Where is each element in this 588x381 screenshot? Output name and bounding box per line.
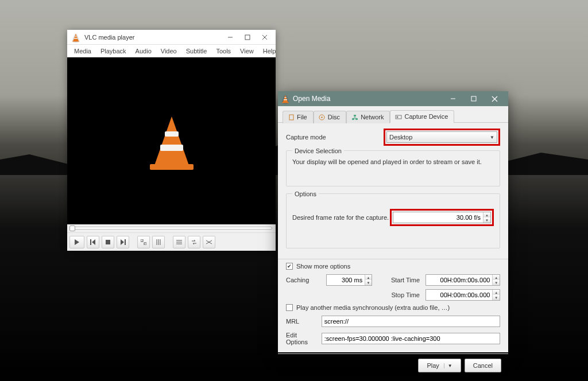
menu-view[interactable]: View xyxy=(235,46,258,56)
options-fieldset: Options Desired frame rate for the captu… xyxy=(286,193,500,248)
minimize-icon xyxy=(450,96,456,102)
seek-handle[interactable] xyxy=(69,226,75,231)
spin-up-icon[interactable]: ▲ xyxy=(493,290,500,295)
menu-subtitle[interactable]: Subtitle xyxy=(181,46,212,56)
start-time-input[interactable] xyxy=(426,277,492,283)
close-icon xyxy=(492,96,498,102)
sync-media-checkbox-row[interactable]: Play another media synchronously (extra … xyxy=(286,304,500,311)
dialog-maximize-button[interactable] xyxy=(463,91,484,106)
cancel-button[interactable]: Cancel xyxy=(465,359,501,372)
close-button[interactable] xyxy=(256,31,273,44)
svg-rect-22 xyxy=(289,115,293,120)
ext-settings-button[interactable] xyxy=(152,236,165,248)
loop-button[interactable] xyxy=(188,236,200,248)
svg-rect-9 xyxy=(125,239,126,245)
spin-down-icon[interactable]: ▼ xyxy=(493,295,500,300)
mrl-input[interactable] xyxy=(322,316,500,327)
maximize-button[interactable] xyxy=(239,31,256,44)
stop-time-spinbox[interactable]: ▲▼ xyxy=(425,289,500,301)
disc-icon xyxy=(319,114,326,120)
show-more-checkbox[interactable]: ✔ xyxy=(286,263,293,270)
stop-time-spin-buttons[interactable]: ▲▼ xyxy=(492,290,500,300)
caching-spinbox[interactable]: ▲▼ xyxy=(326,274,372,286)
start-time-label: Start Time xyxy=(380,277,420,283)
loop-icon xyxy=(191,239,197,245)
menu-help[interactable]: Help xyxy=(258,46,281,56)
svg-rect-5 xyxy=(90,239,91,245)
network-icon xyxy=(351,114,358,120)
fps-spinbox[interactable]: ▲▼ xyxy=(393,212,491,223)
video-area[interactable] xyxy=(67,57,276,224)
svg-rect-1 xyxy=(245,35,250,40)
shuffle-icon xyxy=(206,239,212,245)
next-button[interactable] xyxy=(117,236,129,248)
fps-label: Desired frame rate for the capture. xyxy=(292,214,390,221)
cancel-button-label: Cancel xyxy=(473,362,493,369)
menu-video[interactable]: Video xyxy=(156,46,181,56)
playback-controls xyxy=(67,232,276,251)
spin-up-icon[interactable]: ▲ xyxy=(483,212,490,217)
fps-input[interactable] xyxy=(393,214,483,221)
skip-back-icon xyxy=(90,239,96,245)
spin-down-icon[interactable]: ▼ xyxy=(483,217,490,223)
maximize-icon xyxy=(471,96,477,102)
start-time-spinbox[interactable]: ▲▼ xyxy=(425,274,500,286)
tab-capture-device[interactable]: Capture Device xyxy=(390,110,454,123)
device-selection-text: Your display will be opened and played i… xyxy=(292,158,494,166)
spin-up-icon[interactable]: ▲ xyxy=(493,275,500,280)
shuffle-button[interactable] xyxy=(203,236,215,248)
dialog-title: Open Media xyxy=(293,95,330,103)
menu-playback[interactable]: Playback xyxy=(96,46,131,56)
mrl-label: MRL xyxy=(286,318,315,325)
stop-button[interactable] xyxy=(102,236,114,248)
prev-button[interactable] xyxy=(87,236,99,248)
more-options-panel: ✔ Show more options Caching ▲▼ Start Tim… xyxy=(278,259,508,353)
svg-rect-27 xyxy=(354,115,356,116)
minimize-button[interactable] xyxy=(222,31,239,44)
tab-disc[interactable]: Disc xyxy=(314,111,346,123)
edit-options-label: Edit Options xyxy=(286,332,315,345)
edit-options-input[interactable] xyxy=(322,333,500,344)
tab-file[interactable]: File xyxy=(283,111,314,123)
seek-bar[interactable] xyxy=(67,224,276,232)
spin-down-icon[interactable]: ▼ xyxy=(493,280,500,285)
skip-forward-icon xyxy=(120,239,126,245)
close-icon xyxy=(262,34,268,40)
spin-down-icon[interactable]: ▼ xyxy=(365,280,372,285)
dialog-close-button[interactable] xyxy=(484,91,505,106)
show-more-checkbox-row[interactable]: ✔ Show more options xyxy=(286,263,500,270)
dialog-button-row: Play ▼ Cancel xyxy=(278,353,508,377)
caching-label: Caching xyxy=(286,277,320,283)
caching-input[interactable] xyxy=(327,277,365,283)
vlc-cone-icon xyxy=(71,31,81,44)
fps-spin-buttons[interactable]: ▲▼ xyxy=(483,212,490,223)
menu-media[interactable]: Media xyxy=(69,46,96,56)
start-time-spin-buttons[interactable]: ▲▼ xyxy=(492,275,500,285)
play-button[interactable] xyxy=(69,236,84,248)
stop-icon xyxy=(105,239,111,245)
chevron-down-icon[interactable]: ▼ xyxy=(444,363,452,368)
vlc-cone-logo xyxy=(149,112,195,170)
sync-media-checkbox[interactable] xyxy=(286,304,293,311)
tab-disc-label: Disc xyxy=(328,114,340,120)
spin-up-icon[interactable]: ▲ xyxy=(365,275,372,280)
capture-mode-select[interactable]: Desktop ▼ xyxy=(386,131,497,143)
maximize-icon xyxy=(245,34,250,40)
device-selection-fieldset: Device Selection Your display will be op… xyxy=(286,150,500,186)
dialog-minimize-button[interactable] xyxy=(443,91,463,106)
dialog-titlebar[interactable]: Open Media xyxy=(278,91,508,106)
minimize-icon xyxy=(227,34,233,40)
play-button[interactable]: Play ▼ xyxy=(418,359,461,372)
vlc-titlebar[interactable]: VLC media player xyxy=(67,30,276,45)
fullscreen-icon xyxy=(141,239,146,245)
capture-mode-value: Desktop xyxy=(389,134,412,141)
playlist-button[interactable] xyxy=(173,236,185,248)
svg-rect-19 xyxy=(471,96,476,101)
menu-tools[interactable]: Tools xyxy=(211,46,235,56)
fullscreen-button[interactable] xyxy=(137,236,150,248)
stop-time-input[interactable] xyxy=(426,291,492,298)
menu-audio[interactable]: Audio xyxy=(131,46,156,56)
tab-network-label: Network xyxy=(361,114,384,120)
caching-spin-buttons[interactable]: ▲▼ xyxy=(365,275,372,285)
tab-network[interactable]: Network xyxy=(346,111,390,123)
